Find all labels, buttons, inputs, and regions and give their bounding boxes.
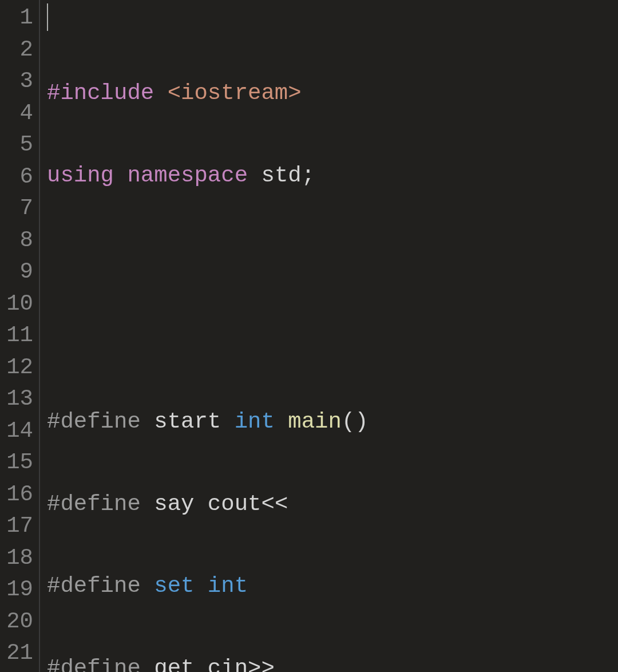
- line-number: 14: [0, 416, 39, 448]
- tok-preproc: #define: [47, 574, 141, 599]
- line-number: 17: [0, 511, 39, 543]
- tok-ident: set: [141, 574, 208, 599]
- tok-ident: cin: [208, 656, 248, 673]
- code-line[interactable]: #define get cin>>: [47, 653, 435, 673]
- line-number: 21: [0, 638, 39, 670]
- code-editor[interactable]: 1 2 3 4 5 6 7 8 9 10 11 12 13 14 15 16 1…: [0, 0, 618, 672]
- line-number: 5: [0, 129, 39, 161]
- line-number: 18: [0, 543, 39, 575]
- tok-punct: <<: [261, 492, 288, 517]
- tok-punct: >>: [248, 656, 275, 673]
- line-number: 9: [0, 256, 39, 288]
- line-number: 3: [0, 66, 39, 98]
- line-number: 1: [0, 2, 39, 34]
- code-line[interactable]: #include <iostream>: [47, 78, 435, 110]
- code-line[interactable]: using namespace std;: [47, 160, 435, 192]
- tok-ident: say: [141, 492, 208, 517]
- line-number: 12: [0, 352, 39, 384]
- tok-ident: start: [141, 409, 235, 434]
- tok-punct: (): [342, 409, 369, 434]
- line-number: 10: [0, 288, 39, 321]
- line-number-gutter: 1 2 3 4 5 6 7 8 9 10 11 12 13 14 15 16 1…: [0, 0, 40, 672]
- line-number: 6: [0, 161, 39, 193]
- tok-header: <iostream>: [154, 81, 301, 106]
- line-number: 19: [0, 574, 39, 606]
- code-line[interactable]: #define say cout<<: [47, 489, 435, 521]
- line-number: 2: [0, 34, 39, 66]
- code-line[interactable]: [47, 325, 435, 357]
- tok-preproc: #define: [47, 656, 141, 673]
- line-number: 7: [0, 193, 39, 225]
- tok-ident: std: [248, 163, 302, 188]
- tok-ident: get: [141, 656, 208, 673]
- line-number: 8: [0, 225, 39, 257]
- line-number: 20: [0, 606, 39, 638]
- code-area[interactable]: #include <iostream> using namespace std;…: [40, 0, 435, 672]
- tok-ident: cout: [208, 492, 262, 517]
- code-line[interactable]: #define set int: [47, 571, 435, 603]
- line-number: 4: [0, 98, 39, 130]
- code-line[interactable]: #define start int main(): [47, 406, 435, 438]
- code-line[interactable]: [47, 242, 435, 274]
- tok-keyword: int: [235, 409, 275, 434]
- tok-keyword: namespace: [114, 163, 248, 188]
- line-number: 15: [0, 447, 39, 479]
- tok-func: main: [275, 409, 342, 434]
- tok-preproc: #define: [47, 409, 141, 434]
- line-number: 13: [0, 384, 39, 416]
- tok-keyword: using: [47, 163, 114, 188]
- tok-preproc: #define: [47, 492, 141, 517]
- line-number: 16: [0, 479, 39, 511]
- text-cursor: [47, 3, 48, 31]
- tok-punct: ;: [302, 163, 315, 188]
- tok-keyword: int: [208, 574, 248, 599]
- tok-preproc: #include: [47, 81, 154, 106]
- line-number: 11: [0, 320, 39, 352]
